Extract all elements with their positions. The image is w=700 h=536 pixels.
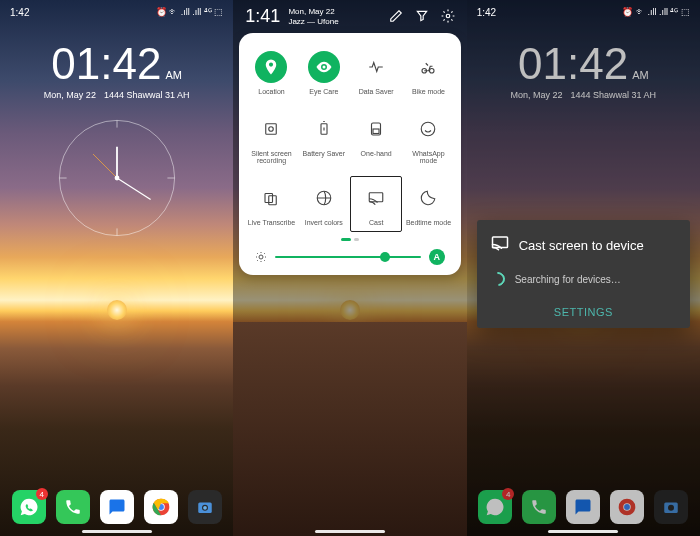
qs-tile-label: Cast — [369, 219, 383, 226]
spinner-icon — [488, 269, 508, 289]
qs-tile-label: Location — [258, 88, 284, 95]
qs-tile-label: Live Transcribe — [248, 219, 295, 226]
phone-home-screen: 1:42 ⏰ ᯤ .ıll .ıll ⁴ᴳ ⬚ 01:42 AM Mon, Ma… — [0, 0, 233, 536]
status-bar: 1:42 ⏰ ᯤ .ıll .ıll ⁴ᴳ ⬚ — [0, 0, 233, 24]
settings-icon[interactable] — [441, 9, 455, 25]
time-value: 01:42 — [51, 42, 161, 86]
qs-tile-icon — [255, 182, 287, 214]
ampm: AM — [165, 70, 182, 81]
status-icons: ⏰ ᯤ .ıll .ıll ⁴ᴳ ⬚ — [156, 7, 224, 17]
status-time: 1:42 — [10, 7, 29, 18]
qs-tile-label: Eye Care — [309, 88, 338, 95]
qs-header: 1:41 Mon, May 22 Jazz — Ufone — [233, 0, 466, 33]
qs-tile-silent-screen-recording[interactable]: Silent screen recording — [245, 107, 297, 170]
whatsapp-app-icon[interactable]: 4 — [12, 490, 46, 524]
svg-rect-32 — [369, 193, 383, 202]
qs-tile-icon — [255, 51, 287, 83]
clock-widget[interactable]: 01:42 AM Mon, May 22 1444 Shawwal 31 AH — [0, 24, 233, 238]
brightness-icon — [255, 251, 267, 263]
qs-tile-label: Battery Saver — [303, 150, 345, 157]
qs-grid: LocationEye CareData SaverBike modeSilen… — [245, 45, 454, 232]
phone-quick-settings-screen: 1:41 Mon, May 22 Jazz — Ufone LocationEy… — [233, 0, 466, 536]
whatsapp-badge: 4 — [36, 488, 48, 500]
date-line: Mon, May 22 1444 Shawwal 31 AH — [12, 90, 221, 100]
brightness-thumb[interactable] — [380, 252, 390, 262]
qs-tile-cast[interactable]: Cast — [350, 176, 402, 232]
cast-dialog: Cast screen to device Searching for devi… — [477, 220, 690, 328]
svg-point-22 — [430, 69, 435, 74]
qs-tile-label: Bedtime mode — [406, 219, 451, 226]
edit-icon[interactable] — [389, 9, 403, 25]
home-indicator[interactable] — [315, 530, 385, 533]
qs-tile-icon — [308, 182, 340, 214]
home-indicator[interactable] — [548, 530, 618, 533]
qs-time: 1:41 — [245, 6, 280, 27]
qs-page-dots — [245, 238, 454, 241]
qs-panel: LocationEye CareData SaverBike modeSilen… — [239, 33, 460, 275]
qs-tile-icon — [412, 113, 444, 145]
qs-tile-icon — [412, 182, 444, 214]
svg-rect-27 — [373, 129, 379, 134]
qs-carrier: Jazz — Ufone — [288, 17, 338, 27]
svg-point-18 — [203, 506, 207, 510]
messages-app-icon[interactable] — [100, 490, 134, 524]
qs-date: Mon, May 22 — [288, 7, 338, 17]
qs-tile-icon — [360, 113, 392, 145]
qs-tile-bedtime-mode[interactable]: Bedtime mode — [402, 176, 454, 232]
qs-tile-icon — [308, 51, 340, 83]
svg-line-7 — [93, 154, 117, 178]
status-time: 1:42 — [477, 7, 496, 18]
status-icons: ⏰ ᯤ .ıll .ıll ⁴ᴳ ⬚ — [622, 7, 690, 17]
svg-line-6 — [117, 178, 151, 200]
qs-tile-bike-mode[interactable]: Bike mode — [402, 45, 454, 101]
qs-tile-label: Data Saver — [359, 88, 394, 95]
brightness-slider[interactable]: A — [245, 249, 454, 265]
qs-tile-data-saver[interactable]: Data Saver — [350, 45, 402, 101]
qs-tile-label: Silent screen recording — [247, 150, 295, 164]
qs-tile-icon — [255, 113, 287, 145]
svg-point-19 — [446, 14, 450, 18]
qs-tile-label: WhatsApp mode — [404, 150, 452, 164]
analog-clock — [57, 118, 177, 238]
cast-searching-text: Searching for devices… — [515, 274, 621, 285]
qs-tile-label: Invert colors — [305, 219, 343, 226]
filter-icon[interactable] — [415, 9, 429, 25]
auto-brightness-badge[interactable]: A — [429, 249, 445, 265]
cast-title: Cast screen to device — [519, 238, 644, 253]
phone-cast-screen: 1:42 ⏰ ᯤ .ıll .ıll ⁴ᴳ ⬚ 01:42 AM Mon, Ma… — [467, 0, 700, 536]
svg-point-20 — [322, 66, 325, 69]
qs-tile-live-transcribe[interactable]: Live Transcribe — [245, 176, 297, 232]
camera-app-icon[interactable] — [188, 490, 222, 524]
cast-icon — [491, 234, 509, 256]
qs-tile-whatsapp-mode[interactable]: WhatsApp mode — [402, 107, 454, 170]
date-hijri: 1444 Shawwal 31 AH — [104, 90, 190, 100]
qs-tile-icon — [360, 182, 392, 214]
digital-time: 01:42 AM — [51, 42, 182, 86]
date-gregorian: Mon, May 22 — [44, 90, 96, 100]
phone-app-icon[interactable] — [56, 490, 90, 524]
svg-point-28 — [422, 122, 436, 136]
qs-tile-label: One-hand — [361, 150, 392, 157]
qs-tile-location[interactable]: Location — [245, 45, 297, 101]
dock: 4 — [0, 490, 233, 524]
qs-tile-label: Bike mode — [412, 88, 445, 95]
cast-settings-button[interactable]: SETTINGS — [491, 300, 676, 318]
chrome-app-icon[interactable] — [144, 490, 178, 524]
status-bar: 1:42 ⏰ ᯤ .ıll .ıll ⁴ᴳ ⬚ — [467, 0, 700, 24]
home-indicator[interactable] — [82, 530, 152, 533]
qs-tile-icon — [412, 51, 444, 83]
qs-tile-eye-care[interactable]: Eye Care — [298, 45, 350, 101]
svg-point-33 — [259, 255, 263, 259]
qs-tile-invert-colors[interactable]: Invert colors — [298, 176, 350, 232]
qs-tile-icon — [308, 113, 340, 145]
svg-point-24 — [269, 127, 274, 132]
qs-tile-icon — [360, 51, 392, 83]
brightness-track[interactable] — [275, 256, 420, 258]
svg-point-8 — [114, 176, 119, 181]
svg-rect-34 — [492, 237, 507, 248]
qs-tile-one-hand[interactable]: One-hand — [350, 107, 402, 170]
svg-rect-23 — [266, 124, 277, 135]
qs-tile-battery-saver[interactable]: Battery Saver — [298, 107, 350, 170]
